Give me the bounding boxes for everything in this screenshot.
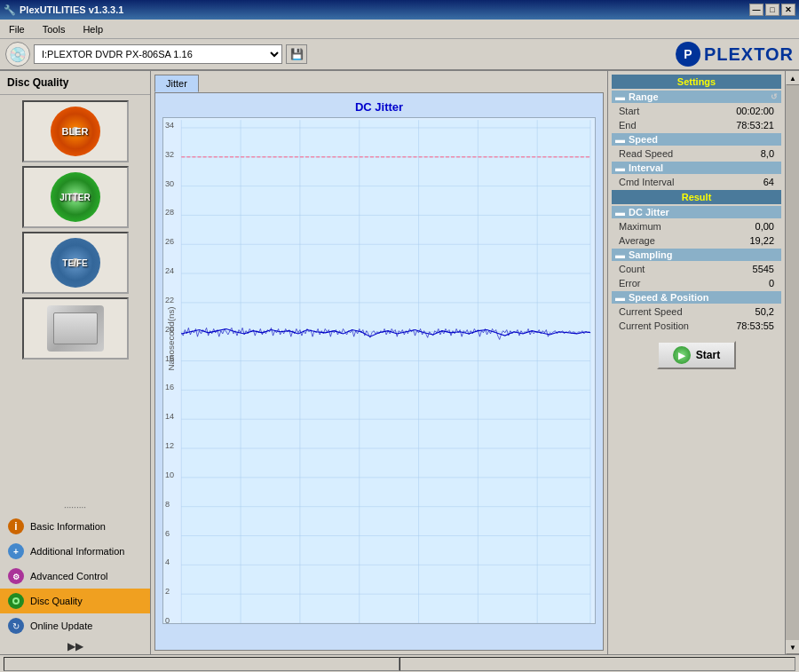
dc-jitter-max-row: Maximum 0,00 [612, 220, 781, 233]
app-title: PlexUTILITIES v1.3.3.1 [20, 4, 123, 15]
content-area: Jitter DC Jitter 0 2 4 [151, 71, 607, 654]
bler-disc: BLER [51, 107, 100, 156]
start-icon: ▶ [673, 346, 691, 364]
drive-selector[interactable]: I:PLEXTOR DVDR PX-806SA 1.16 [34, 44, 282, 64]
svg-text:28: 28 [165, 207, 174, 217]
svg-text:30: 30 [165, 178, 174, 187]
svg-text:32: 32 [165, 148, 174, 158]
nav-label-online-update: Online Update [30, 621, 92, 631]
chart-container: DC Jitter 0 2 4 6 8 [154, 92, 604, 651]
range-section-header: ▬ Range ↺ [612, 91, 781, 103]
result-header: Result [612, 190, 781, 204]
nav-label-advanced: Advanced Control [30, 571, 107, 581]
tab-bar: Jitter [154, 75, 604, 92]
chart-svg: 0 2 4 6 8 10 12 14 16 18 20 22 24 26 [163, 118, 595, 623]
menu-tools[interactable]: Tools [37, 22, 71, 36]
info-icon: i [7, 518, 25, 535]
minimize-button[interactable]: — [749, 4, 763, 16]
plextor-logo: P PLEXTOR [676, 42, 794, 67]
bler-button[interactable]: BLER [22, 100, 129, 162]
sidebar-item-advanced-control[interactable]: ⚙ Advanced Control [0, 564, 150, 589]
scrollbar[interactable]: ▲ ▼ [785, 71, 799, 654]
toolbar: 💿 I:PLEXTOR DVDR PX-806SA 1.16 💾 P PLEXT… [0, 39, 799, 71]
svg-text:i: i [14, 520, 17, 533]
svg-rect-30 [181, 120, 590, 621]
sidebar-item-additional-information[interactable]: + Additional Information [0, 539, 150, 564]
disc-quality-icon [7, 592, 25, 610]
dc-jitter-max-value: 0,00 [755, 221, 774, 232]
drive-button[interactable] [22, 297, 129, 360]
sampling-section-header: ▬ Sampling [612, 249, 781, 261]
nav-label-additional: Additional Information [30, 546, 124, 557]
speed-position-section-header: ▬ Speed & Position [612, 291, 781, 304]
sampling-count-value: 5545 [753, 264, 774, 274]
speed-section-header: ▬ Speed [612, 133, 781, 146]
scroll-up-button[interactable]: ▲ [786, 71, 799, 85]
dc-jitter-label: DC Jitter [629, 207, 669, 217]
status-panel-right [400, 657, 795, 671]
svg-text:26: 26 [165, 236, 174, 246]
read-speed-row: Read Speed 8,0 [612, 147, 781, 160]
sampling-collapse-icon: ▬ [615, 249, 625, 260]
status-panel-left [4, 657, 400, 671]
sampling-label: Sampling [629, 249, 673, 260]
start-button[interactable]: ▶ Start [657, 341, 736, 369]
range-label: Range [629, 91, 659, 102]
read-speed-label: Read Speed [619, 148, 673, 159]
svg-text:12: 12 [165, 440, 174, 450]
title-bar: 🔧 PlexUTILITIES v1.3.3.1 — □ ✕ [0, 0, 799, 20]
tab-jitter[interactable]: Jitter [154, 75, 199, 92]
expand-arrow[interactable]: ▶▶ [0, 638, 150, 654]
right-panel: Settings ▬ Range ↺ Start 00:02:00 End 78… [607, 71, 785, 654]
svg-text:Nanosecond(ns): Nanosecond(ns) [167, 306, 177, 370]
current-speed-label: Current Speed [619, 306, 683, 317]
sidebar-dots-top: ········· [0, 501, 150, 514]
svg-text:8: 8 [165, 498, 170, 508]
tefe-disc: TE/FE [51, 238, 100, 288]
save-button[interactable]: 💾 [286, 44, 307, 64]
cmd-interval-row: Cmd Interval 64 [612, 176, 781, 188]
svg-text:6: 6 [165, 527, 170, 537]
svg-text:14: 14 [165, 411, 174, 421]
sidebar-item-online-update[interactable]: ↻ Online Update [0, 613, 150, 638]
svg-text:16: 16 [165, 382, 174, 391]
sidebar-item-disc-quality[interactable]: Disc Quality [0, 589, 150, 613]
sampling-error-label: Error [619, 278, 640, 289]
jitter-disc: JITTER [51, 172, 100, 222]
menu-bar: File Tools Help [0, 20, 799, 39]
current-position-label: Current Position [619, 320, 689, 331]
disc-buttons-area: BLER JITTER TE/FE [0, 95, 150, 501]
interval-label: Interval [629, 162, 663, 173]
svg-text:4: 4 [165, 557, 170, 566]
scroll-track[interactable] [786, 85, 799, 640]
speed-pos-label: Speed & Position [629, 292, 708, 303]
nav-label-basic: Basic Information [30, 521, 106, 532]
sidebar-item-basic-information[interactable]: i Basic Information [0, 514, 150, 539]
jitter-button[interactable]: JITTER [22, 166, 129, 228]
app-logo-icon: 🔧 [4, 4, 16, 16]
tefe-button[interactable]: TE/FE [22, 232, 129, 294]
range-refresh-icon[interactable]: ↺ [771, 92, 778, 101]
svg-text:⚙: ⚙ [12, 573, 20, 581]
menu-help[interactable]: Help [77, 22, 108, 36]
range-end-value: 78:53:21 [736, 120, 774, 130]
sampling-count-row: Count 5545 [612, 263, 781, 275]
maximize-button[interactable]: □ [765, 4, 779, 16]
scroll-down-button[interactable]: ▼ [786, 640, 799, 654]
range-start-label: Start [619, 106, 639, 116]
close-button[interactable]: ✕ [781, 4, 795, 16]
menu-file[interactable]: File [4, 22, 30, 36]
sidebar: Disc Quality BLER JITTER TE/FE [0, 71, 151, 654]
cmd-interval-value: 64 [763, 177, 774, 187]
svg-text:0: 0 [165, 615, 170, 623]
nav-label-disc-quality: Disc Quality [30, 596, 83, 606]
update-icon: ↻ [7, 617, 25, 635]
svg-text:↻: ↻ [12, 621, 20, 631]
plextor-logo-icon: P [676, 42, 700, 67]
drive-icon: 💿 [5, 42, 30, 67]
svg-text:22: 22 [165, 295, 174, 304]
current-position-row: Current Position 78:53:55 [612, 320, 781, 332]
sampling-count-label: Count [619, 264, 645, 274]
settings-header: Settings [612, 75, 781, 89]
svg-text:+: + [13, 547, 19, 557]
